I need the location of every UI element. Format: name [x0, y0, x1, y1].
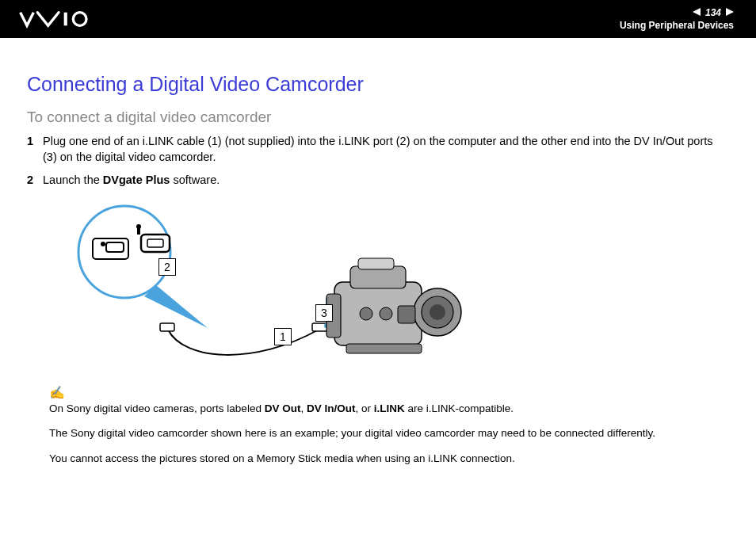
page-subtitle: To connect a digital video camcorder: [27, 109, 729, 126]
svg-rect-24: [398, 306, 415, 323]
svg-rect-7: [147, 239, 163, 247]
port-label: DV Out: [265, 402, 301, 414]
step-number: 1: [27, 134, 43, 165]
note-text: On Sony digital video cameras, ports lab…: [49, 402, 265, 414]
svg-rect-0: [64, 13, 67, 26]
page-number: 134: [705, 7, 721, 18]
svg-point-18: [430, 304, 445, 320]
software-name: DVgate Plus: [103, 174, 170, 186]
section-label: Using Peripheral Devices: [620, 20, 734, 31]
page-nav: 134: [693, 7, 734, 18]
note-text: ,: [300, 402, 307, 414]
page-title: Connecting a Digital Video Camcorder: [27, 73, 729, 96]
svg-point-4: [101, 242, 105, 246]
svg-point-22: [360, 307, 372, 320]
note-line-2: The Sony digital video camcorder shown h…: [49, 426, 729, 441]
vaio-logo: [19, 10, 98, 29]
step-1: 1 Plug one end of an i.LINK cable (1) (n…: [27, 134, 729, 165]
note-text: , or: [355, 402, 373, 414]
camcorder-illustration: 2 1 3: [49, 203, 729, 376]
svg-rect-9: [137, 228, 140, 235]
note-line-3: You cannot access the pictures stored on…: [49, 452, 729, 466]
notes: ✍ On Sony digital video cameras, ports l…: [49, 385, 729, 466]
step-number: 2: [27, 173, 43, 189]
port-label: i.LINK: [374, 402, 405, 414]
callout-3: 3: [315, 304, 333, 322]
svg-rect-20: [358, 258, 394, 269]
step-text-prefix: Launch the: [43, 174, 103, 186]
callout-2: 2: [158, 258, 176, 276]
svg-rect-21: [346, 344, 422, 353]
step-2: 2 Launch the DVgate Plus software.: [27, 173, 729, 189]
header-bar: 134 Using Peripheral Devices: [0, 0, 756, 38]
step-text-suffix: software.: [170, 174, 220, 186]
header-right: 134 Using Peripheral Devices: [620, 7, 734, 31]
step-text: Launch the DVgate Plus software.: [43, 173, 729, 189]
svg-rect-10: [160, 323, 174, 331]
note-icon: ✍: [49, 385, 729, 400]
note-text: are i.LINK-compatible.: [405, 402, 514, 414]
note-line-1: On Sony digital video cameras, ports lab…: [49, 402, 729, 416]
svg-point-1: [73, 13, 86, 26]
svg-rect-5: [106, 242, 124, 252]
prev-page-arrow[interactable]: [693, 7, 702, 18]
page-content: Connecting a Digital Video Camcorder To …: [0, 38, 756, 465]
step-text: Plug one end of an i.LINK cable (1) (not…: [43, 134, 729, 165]
svg-point-23: [380, 307, 392, 320]
callout-1: 1: [274, 328, 292, 345]
port-label: DV In/Out: [307, 402, 356, 414]
next-page-arrow[interactable]: [724, 7, 734, 18]
